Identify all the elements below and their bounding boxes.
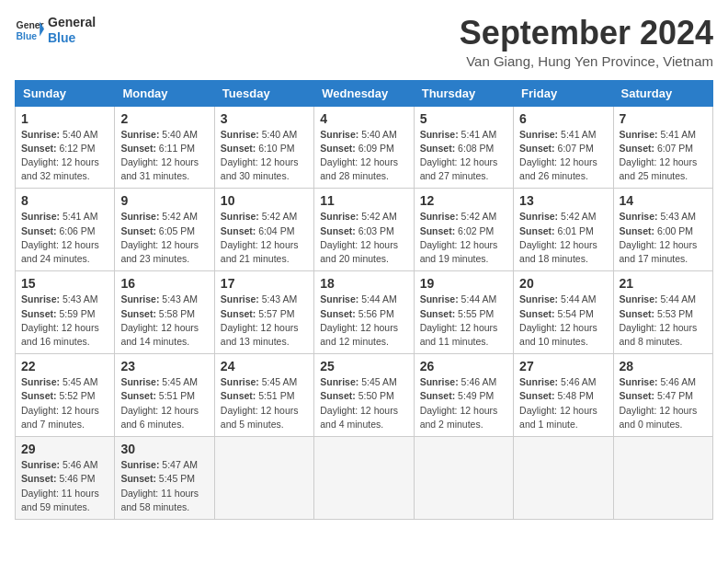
calendar-cell: 4Sunrise: 5:40 AMSunset: 6:09 PMDaylight… [314,106,414,189]
day-info: Sunrise: 5:46 AMSunset: 5:48 PMDaylight:… [519,375,607,431]
day-number: 17 [221,276,308,291]
calendar-cell [214,437,313,520]
calendar-header-sunday: Sunday [16,80,115,106]
calendar-cell: 9Sunrise: 5:42 AMSunset: 6:05 PMDaylight… [115,189,214,271]
day-info: Sunrise: 5:41 AMSunset: 6:07 PMDaylight:… [620,128,707,184]
calendar-header-friday: Friday [514,80,613,106]
calendar-cell: 24Sunrise: 5:45 AMSunset: 5:51 PMDayligh… [214,354,313,437]
day-info: Sunrise: 5:46 AMSunset: 5:49 PMDaylight:… [420,375,507,431]
calendar-cell: 3Sunrise: 5:40 AMSunset: 6:10 PMDaylight… [214,106,313,189]
day-number: 26 [420,359,507,373]
calendar-header-saturday: Saturday [613,80,712,106]
day-number: 9 [120,193,208,208]
calendar-cell: 19Sunrise: 5:44 AMSunset: 5:55 PMDayligh… [414,271,513,354]
day-info: Sunrise: 5:43 AMSunset: 5:58 PMDaylight:… [120,293,208,349]
logo: General Blue General Blue [15,15,96,46]
day-number: 20 [519,276,607,291]
calendar-cell: 28Sunrise: 5:46 AMSunset: 5:47 PMDayligh… [613,354,712,437]
calendar-cell: 18Sunrise: 5:44 AMSunset: 5:56 PMDayligh… [314,271,414,354]
day-number: 2 [120,111,208,126]
calendar-header-thursday: Thursday [414,80,513,106]
day-number: 11 [320,193,407,208]
day-number: 3 [221,111,308,126]
day-number: 30 [120,442,208,456]
day-info: Sunrise: 5:41 AMSunset: 6:07 PMDaylight:… [519,128,607,184]
calendar-week-2: 8Sunrise: 5:41 AMSunset: 6:06 PMDaylight… [16,189,713,271]
calendar-cell: 23Sunrise: 5:45 AMSunset: 5:51 PMDayligh… [115,354,214,437]
day-info: Sunrise: 5:47 AMSunset: 5:45 PMDaylight:… [120,458,208,514]
day-info: Sunrise: 5:42 AMSunset: 6:04 PMDaylight:… [221,210,308,266]
day-number: 23 [120,359,208,373]
day-number: 7 [620,111,707,126]
day-number: 5 [420,111,507,126]
day-info: Sunrise: 5:42 AMSunset: 6:01 PMDaylight:… [519,210,607,266]
day-info: Sunrise: 5:43 AMSunset: 6:00 PMDaylight:… [620,210,707,266]
calendar-cell: 29Sunrise: 5:46 AMSunset: 5:46 PMDayligh… [16,437,115,520]
calendar-cell: 15Sunrise: 5:43 AMSunset: 5:59 PMDayligh… [16,271,115,354]
calendar-cell: 6Sunrise: 5:41 AMSunset: 6:07 PMDaylight… [514,106,613,189]
calendar-cell: 14Sunrise: 5:43 AMSunset: 6:00 PMDayligh… [613,189,712,271]
day-info: Sunrise: 5:40 AMSunset: 6:12 PMDaylight:… [21,128,108,184]
calendar-week-1: 1Sunrise: 5:40 AMSunset: 6:12 PMDaylight… [16,106,713,189]
day-info: Sunrise: 5:43 AMSunset: 5:57 PMDaylight:… [221,293,308,349]
day-number: 1 [21,111,108,126]
calendar-table: SundayMondayTuesdayWednesdayThursdayFrid… [15,80,713,520]
day-info: Sunrise: 5:44 AMSunset: 5:55 PMDaylight:… [420,293,507,349]
day-info: Sunrise: 5:45 AMSunset: 5:51 PMDaylight:… [221,375,308,431]
day-info: Sunrise: 5:40 AMSunset: 6:11 PMDaylight:… [120,128,208,184]
page-header: General Blue General Blue September 2024… [15,15,713,69]
day-info: Sunrise: 5:44 AMSunset: 5:56 PMDaylight:… [320,293,407,349]
day-number: 6 [519,111,607,126]
calendar-cell: 2Sunrise: 5:40 AMSunset: 6:11 PMDaylight… [115,106,214,189]
calendar-cell: 13Sunrise: 5:42 AMSunset: 6:01 PMDayligh… [514,189,613,271]
day-number: 4 [320,111,407,126]
day-info: Sunrise: 5:40 AMSunset: 6:09 PMDaylight:… [320,128,407,184]
day-number: 28 [620,359,707,373]
day-number: 10 [221,193,308,208]
day-info: Sunrise: 5:45 AMSunset: 5:51 PMDaylight:… [120,375,208,431]
month-title: September 2024 [460,15,713,52]
day-number: 12 [420,193,507,208]
day-number: 25 [320,359,407,373]
calendar-cell: 17Sunrise: 5:43 AMSunset: 5:57 PMDayligh… [214,271,313,354]
day-info: Sunrise: 5:40 AMSunset: 6:10 PMDaylight:… [221,128,308,184]
calendar-cell [314,437,414,520]
calendar-cell: 7Sunrise: 5:41 AMSunset: 6:07 PMDaylight… [613,106,712,189]
calendar-week-3: 15Sunrise: 5:43 AMSunset: 5:59 PMDayligh… [16,271,713,354]
day-info: Sunrise: 5:41 AMSunset: 6:06 PMDaylight:… [21,210,108,266]
calendar-cell [613,437,712,520]
day-info: Sunrise: 5:42 AMSunset: 6:02 PMDaylight:… [420,210,507,266]
day-number: 14 [620,193,707,208]
calendar-cell [514,437,613,520]
day-number: 22 [21,359,108,373]
calendar-week-4: 22Sunrise: 5:45 AMSunset: 5:52 PMDayligh… [16,354,713,437]
title-block: September 2024 Van Giang, Hung Yen Provi… [460,15,713,69]
calendar-cell: 21Sunrise: 5:44 AMSunset: 5:53 PMDayligh… [613,271,712,354]
day-number: 29 [21,442,108,456]
day-info: Sunrise: 5:46 AMSunset: 5:46 PMDaylight:… [21,458,108,514]
calendar-cell: 25Sunrise: 5:45 AMSunset: 5:50 PMDayligh… [314,354,414,437]
calendar-cell: 10Sunrise: 5:42 AMSunset: 6:04 PMDayligh… [214,189,313,271]
day-info: Sunrise: 5:46 AMSunset: 5:47 PMDaylight:… [620,375,707,431]
day-info: Sunrise: 5:45 AMSunset: 5:52 PMDaylight:… [21,375,108,431]
calendar-cell: 1Sunrise: 5:40 AMSunset: 6:12 PMDaylight… [16,106,115,189]
day-info: Sunrise: 5:43 AMSunset: 5:59 PMDaylight:… [21,293,108,349]
day-info: Sunrise: 5:44 AMSunset: 5:54 PMDaylight:… [519,293,607,349]
day-info: Sunrise: 5:42 AMSunset: 6:03 PMDaylight:… [320,210,407,266]
day-number: 19 [420,276,507,291]
logo-general: General [48,15,96,30]
calendar-cell: 16Sunrise: 5:43 AMSunset: 5:58 PMDayligh… [115,271,214,354]
calendar-cell: 22Sunrise: 5:45 AMSunset: 5:52 PMDayligh… [16,354,115,437]
day-number: 21 [620,276,707,291]
calendar-cell [414,437,513,520]
calendar-week-5: 29Sunrise: 5:46 AMSunset: 5:46 PMDayligh… [16,437,713,520]
day-info: Sunrise: 5:42 AMSunset: 6:05 PMDaylight:… [120,210,208,266]
calendar-header-wednesday: Wednesday [314,80,414,106]
calendar-header-monday: Monday [115,80,214,106]
calendar-header-row: SundayMondayTuesdayWednesdayThursdayFrid… [16,80,713,106]
calendar-cell: 27Sunrise: 5:46 AMSunset: 5:48 PMDayligh… [514,354,613,437]
day-number: 15 [21,276,108,291]
calendar-cell: 20Sunrise: 5:44 AMSunset: 5:54 PMDayligh… [514,271,613,354]
calendar-cell: 26Sunrise: 5:46 AMSunset: 5:49 PMDayligh… [414,354,513,437]
day-number: 13 [519,193,607,208]
